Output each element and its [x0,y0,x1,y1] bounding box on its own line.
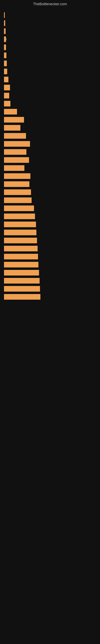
bar-block: Bottleneck result [4,230,36,235]
bar-block: Bottleneck re [4,117,24,122]
bar-block: Bottleneck res [4,133,26,139]
bar-block: Bottleneck re [4,165,24,171]
bar-label: Bott [5,86,10,89]
bar-block: Bottleneck result [4,214,35,219]
bar-block: Bottleneck result [4,294,40,300]
bar-label: Bottleneck result [5,247,26,250]
bar-block: Bottleneck result [4,286,40,292]
bar-block: Bottleneck result [4,262,38,268]
bar-row: Bott [4,101,96,106]
bar-block: Bottleneck result [4,198,32,203]
bar-block: Bo [4,77,8,82]
bar-row: Bott [4,85,96,90]
bar-label: Bottleneck res [5,150,23,154]
bar-label: Bottlene [5,110,15,113]
bar-label: Bottleneck result [5,207,26,210]
bar-row [4,20,96,26]
bar-block: Bottleneck result [4,173,30,179]
bar-row: Bottleneck result [4,246,96,251]
bar-row: Bottleneck result [4,270,96,276]
bar-row: Bottleneck resul [4,157,96,163]
bar-label: B [5,62,7,65]
bar-row: Bottleneck result [4,286,96,292]
bar-block [4,52,6,58]
bar-block: Bott [4,101,10,106]
bar-label: Bottleneck result [5,255,26,258]
bar-block: B [4,36,6,42]
bar-row: Bottleneck res [4,133,96,139]
bar-label: Bott [5,102,10,105]
bar-block: Bottleneck result [4,206,34,211]
bar-row: Bottleneck result [4,262,96,268]
bar-row: Bottlene [4,109,96,114]
bar-block [4,28,6,34]
bar-row [4,44,96,50]
bar-block: Bottleneck result [4,270,39,276]
bar-label: Bottleneck result [5,175,26,178]
bar-label: Bottleneck result [5,271,26,274]
bar-row: Bottleneck result [4,230,96,235]
bar-label: Bottleneck result [5,239,26,242]
bar-row: Bottleneck res [4,149,96,155]
bar-row: Bottleneck result [4,141,96,147]
bar-label: Bo [5,78,8,81]
bar-row: Bottleneck result [4,206,96,211]
bar-block: B [4,69,7,74]
bar-row [4,52,96,58]
bar-label: Bottleneck result [5,191,26,194]
bar-row: Bottleneck re [4,117,96,122]
bar-label: Bottleneck result [5,231,26,234]
bar-label: B [5,70,7,73]
bar-row: Bottleneck resul [4,181,96,187]
bar-block: Bottleneck result [4,141,30,147]
bar-block [4,12,5,18]
bar-row: Bottleneck result [4,198,96,203]
bar-block [4,20,5,26]
bar-row: B [4,69,96,74]
bar-label: Bottleneck [5,126,18,130]
bar-label: Bottleneck resul [5,183,25,186]
bar-label: Bo [5,94,8,97]
bar-row: Bottleneck result [4,254,96,260]
bar-block: Bottleneck resul [4,157,29,163]
bar-label: Bottleneck result [5,288,26,290]
bar-label: Bottleneck resul [5,158,25,162]
bar-label: Bottleneck res [5,134,23,138]
bar-block: Bottleneck result [4,238,37,243]
bar-row: Bottleneck result [4,222,96,227]
bar-block: Bottleneck result [4,278,40,284]
bar-block: Bottleneck result [4,190,31,195]
bar-row: Bo [4,93,96,98]
bar-row: Bottleneck re [4,165,96,171]
bar-label: Bottleneck result [5,263,26,266]
bars-container: BBBBoBottBoBottBottleneBottleneck reBott… [0,10,100,304]
bar-label: Bottleneck result [5,215,26,218]
bar-block: Bottleneck resul [4,181,29,187]
bar-label: Bottleneck result [5,279,26,282]
bar-row: B [4,36,96,42]
bar-label: Bottleneck result [5,142,26,146]
bar-block [4,44,6,50]
bar-block: Bottleneck result [4,222,36,227]
bar-block: B [4,60,7,66]
bar-label: Bottleneck re [5,167,21,170]
bar-block: Bottleneck [4,125,20,130]
bar-row [4,12,96,18]
site-title: TheBottlenecker.com [0,0,100,10]
bar-block: Bottleneck res [4,149,26,155]
bar-row: B [4,60,96,66]
bar-row: Bottleneck result [4,238,96,243]
bar-row: Bo [4,77,96,82]
bar-row: Bottleneck result [4,294,96,300]
bar-block: Bo [4,93,9,98]
bar-label: Bottleneck result [5,199,26,202]
bar-block: Bottlene [4,109,17,114]
bar-label: Bottleneck re [5,118,21,121]
bar-row: Bottleneck [4,125,96,130]
bar-row: Bottleneck result [4,214,96,219]
bar-label: Bottleneck result [5,296,26,298]
bar-block: Bott [4,85,10,90]
bar-label: B [5,38,7,41]
bar-row: Bottleneck result [4,190,96,195]
bar-block: Bottleneck result [4,246,38,251]
